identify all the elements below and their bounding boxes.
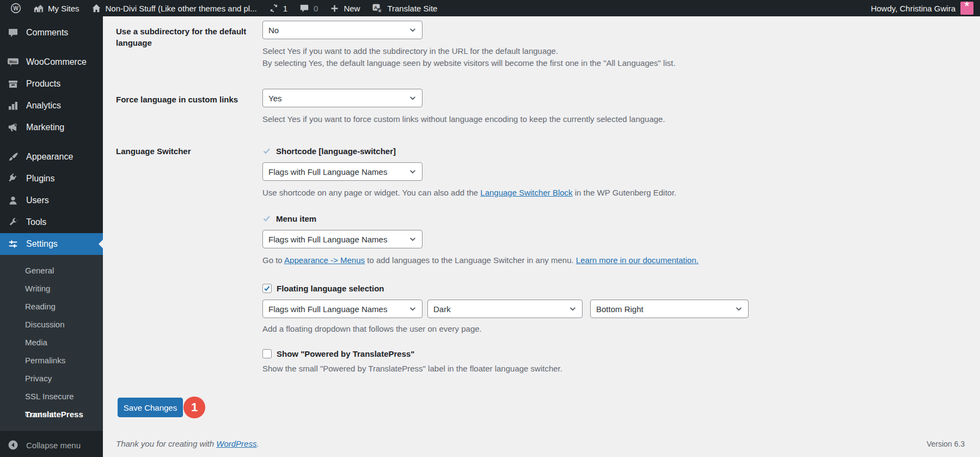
sidebar-item-analytics[interactable]: Analytics (0, 95, 103, 117)
force-language-description: Select Yes if you want to force custom l… (262, 113, 958, 125)
howdy-account-menu[interactable]: Howdy, Christina Gwira (871, 0, 955, 16)
admin-bar: W My Sites Non-Divi Stuff (Like other th… (0, 0, 980, 16)
submenu-item-writing[interactable]: Writing (0, 279, 103, 297)
settings-submenu: General Writing Reading Discussion Media… (0, 255, 103, 431)
description-line: Select Yes if you want to add the subdir… (262, 45, 958, 57)
submenu-item-translatepress[interactable]: TranslatePress (0, 405, 103, 423)
sidebar-item-marketing[interactable]: Marketing (0, 117, 103, 138)
updates-count: 1 (283, 4, 287, 13)
language-switcher-block-link[interactable]: Language Switcher Block (480, 188, 572, 197)
shortcode-title: Shortcode [language-switcher] (276, 147, 396, 156)
powered-by-checkbox[interactable] (262, 349, 272, 358)
site-name-menu[interactable]: Non-Divi Stuff (Like other themes and pl… (85, 0, 263, 16)
save-changes-button[interactable]: Save Changes (118, 398, 183, 417)
menu-item-block: Menu item Flags with Full Language Names… (262, 213, 958, 266)
sidebar-item-label: Users (26, 196, 49, 205)
translate-icon: A x (372, 3, 383, 14)
shortcode-style-select[interactable]: Flags with Full Language Names (262, 162, 422, 181)
wordpress-link[interactable]: WordPress (216, 439, 256, 448)
sidebar-item-label: Analytics (26, 101, 61, 111)
force-language-label: Force language in custom links (116, 94, 255, 105)
collapse-menu-button[interactable]: Collapse menu (0, 434, 103, 456)
floating-selection-description: Add a floating dropdown that follows the… (262, 323, 958, 335)
new-content-menu[interactable]: New (324, 0, 366, 16)
description-text: in the WP Gutenberg Editor. (573, 188, 677, 197)
description-text: Use shortcode on any page or widget. You… (262, 188, 480, 197)
floating-position-select[interactable]: Bottom Right (590, 300, 749, 318)
translate-site-menu[interactable]: A x Translate Site (366, 0, 443, 16)
floating-theme-select[interactable]: Dark (427, 300, 583, 318)
collapse-arrow-icon (7, 440, 19, 450)
floating-selection-title: Floating language selection (277, 284, 384, 293)
site-name-label: Non-Divi Stuff (Like other themes and pl… (106, 4, 257, 13)
powered-by-block: Show "Powered by TranslatePress" Show th… (262, 348, 958, 375)
floating-style-select[interactable]: Flags with Full Language Names (262, 300, 422, 318)
avatar-glyph: * (964, 0, 969, 13)
wordpress-logo-menu[interactable]: W (4, 0, 27, 16)
floating-selection-checkbox[interactable] (262, 284, 272, 293)
howdy-label: Howdy, Christina Gwira (871, 4, 955, 13)
settings-icon (7, 239, 19, 249)
submenu-item-discussion[interactable]: Discussion (0, 315, 103, 333)
updates-icon (269, 3, 279, 13)
menu-item-style-select[interactable]: Flags with Full Language Names (262, 230, 422, 248)
sidebar-item-woocommerce[interactable]: Woo WooCommerce (0, 51, 103, 73)
chevron-down-icon (735, 305, 743, 313)
powered-by-title: Show "Powered by TranslatePress" (277, 349, 414, 358)
floating-theme-select-value: Dark (433, 304, 451, 314)
wordpress-logo-icon: W (10, 3, 21, 14)
updates-menu[interactable]: 1 (263, 0, 293, 16)
products-icon (7, 78, 19, 89)
settings-page: Use a subdirectory for the default langu… (103, 16, 980, 457)
submenu-item-privacy[interactable]: Privacy (0, 369, 103, 387)
submenu-item-general[interactable]: General (0, 261, 103, 279)
description-text: Go to (262, 255, 284, 265)
submenu-item-ssl-insecure-content[interactable]: SSL Insecure Content (0, 387, 103, 405)
submenu-item-permalinks[interactable]: Permalinks (0, 351, 103, 369)
powered-by-description: Show the small "Powered by TranslatePres… (262, 363, 958, 375)
chevron-down-icon (409, 94, 416, 102)
comments-icon (7, 27, 19, 38)
subdirectory-select[interactable]: No (262, 21, 422, 39)
floating-style-select-value: Flags with Full Language Names (268, 304, 387, 314)
force-language-select[interactable]: Yes (262, 89, 422, 107)
my-sites-menu[interactable]: My Sites (27, 0, 85, 16)
sidebar-item-label: Tools (26, 217, 46, 227)
avatar[interactable]: * (960, 2, 973, 15)
description-text: to add languages to the Language Switche… (365, 255, 576, 265)
sidebar-item-label: WooCommerce (26, 57, 87, 67)
checkmark-icon (262, 147, 271, 155)
submenu-item-media[interactable]: Media (0, 333, 103, 351)
sidebar-item-plugins[interactable]: Plugins (0, 168, 103, 190)
annotation-badge: 1 (183, 397, 205, 418)
documentation-link[interactable]: Learn more in our documentation. (576, 255, 699, 265)
sidebar-item-settings[interactable]: Settings (0, 233, 103, 255)
language-switcher-label: Language Switcher (116, 145, 255, 157)
sidebar-item-appearance[interactable]: Appearance (0, 146, 103, 168)
bar-chart-icon (7, 100, 19, 111)
description-line: By selecting Yes, the default language s… (262, 57, 958, 69)
sidebar-item-users[interactable]: Users (0, 190, 103, 211)
check-icon (264, 285, 271, 292)
sidebar-item-tools[interactable]: Tools (0, 211, 103, 233)
footer-thanks-text: Thank you for creating with (116, 439, 216, 448)
subdirectory-description: Select Yes if you want to add the subdir… (262, 45, 958, 69)
chevron-down-icon (569, 305, 577, 313)
chevron-down-icon (409, 305, 416, 313)
svg-text:Woo: Woo (9, 60, 17, 64)
sidebar-item-label: Comments (26, 28, 68, 38)
shortcode-block: Shortcode [language-switcher] Flags with… (262, 145, 958, 199)
annotation-badge-number: 1 (191, 400, 198, 415)
submenu-item-reading[interactable]: Reading (0, 297, 103, 315)
sidebar-item-comments[interactable]: Comments (0, 22, 103, 44)
woocommerce-icon: Woo (7, 57, 19, 68)
comments-menu[interactable]: 0 (293, 0, 324, 16)
subdirectory-select-value: No (268, 26, 279, 35)
chevron-down-icon (409, 26, 416, 34)
sidebar-item-label: Appearance (26, 152, 73, 162)
sidebar-item-label: Settings (26, 239, 58, 249)
admin-footer: Thank you for creating with WordPress. V… (116, 439, 965, 448)
chevron-down-icon (409, 235, 416, 243)
sidebar-item-products[interactable]: Products (0, 73, 103, 95)
appearance-menus-link[interactable]: Appearance -> Menus (284, 255, 365, 265)
